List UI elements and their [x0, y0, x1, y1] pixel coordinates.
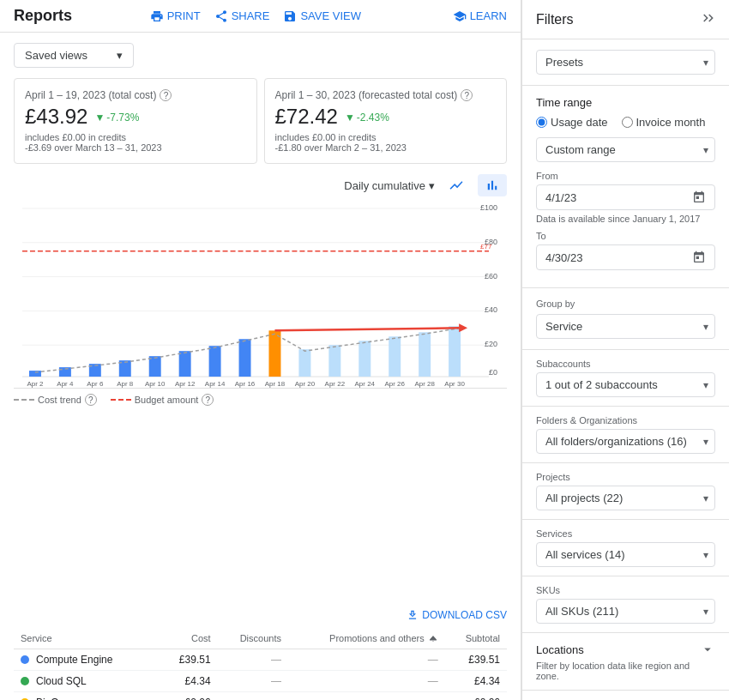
- service-cell: Cloud SQL: [14, 671, 160, 692]
- metric-sub1-forecast: includes £0.00 in credits: [275, 132, 497, 142]
- from-date-input[interactable]: 4/1/23: [536, 184, 715, 210]
- metrics-row: April 1 – 19, 2023 (total cost) ? £43.92…: [0, 78, 521, 174]
- share-button[interactable]: SHARE: [214, 9, 270, 23]
- promotions-cell: —: [288, 671, 445, 692]
- subaccounts-select[interactable]: 1 out of 2 subaccounts: [536, 372, 715, 397]
- group-by-select[interactable]: Service: [536, 314, 715, 339]
- promotions-cell: —: [288, 649, 445, 671]
- svg-line-29: [274, 328, 459, 330]
- bar-chart-button[interactable]: [478, 174, 507, 196]
- svg-text:Apr 12: Apr 12: [175, 380, 196, 388]
- table-row: BigQuery £0.06 — — £0.06: [14, 692, 507, 701]
- right-panel: Filters Presets Time range Usage date In…: [521, 0, 729, 700]
- svg-rect-22: [268, 330, 280, 377]
- col-cost: Cost: [160, 628, 218, 649]
- usage-date-option[interactable]: Usage date: [536, 116, 608, 129]
- discounts-cell: —: [218, 692, 288, 701]
- svg-text:Apr 8: Apr 8: [117, 380, 134, 388]
- filters-title: Filters: [536, 12, 574, 27]
- metric-label-forecast: April 1 – 30, 2023 (forecasted total cos…: [275, 89, 497, 101]
- toolbar: Saved views ▾: [0, 33, 521, 78]
- table-row: Cloud SQL £4.34 — — £4.34: [14, 671, 507, 692]
- folders-filter: Folders & Organizations All folders/orga…: [522, 407, 729, 463]
- svg-marker-30: [459, 323, 467, 332]
- chevron-down-icon: ▾: [429, 179, 435, 192]
- svg-rect-19: [179, 351, 191, 377]
- svg-text:£77: £77: [480, 243, 492, 250]
- svg-rect-21: [239, 339, 251, 377]
- col-promotions: Promotions and others: [288, 628, 445, 649]
- chart-controls: Daily cumulative ▾: [14, 174, 507, 196]
- svg-text:Apr 14: Apr 14: [205, 380, 226, 388]
- help-icon-budget[interactable]: ?: [202, 394, 214, 406]
- print-button[interactable]: PRINT: [150, 9, 201, 23]
- svg-rect-27: [419, 332, 431, 377]
- metric-card-actual: April 1 – 19, 2023 (total cost) ? £43.92…: [14, 78, 257, 164]
- custom-range-select[interactable]: Custom range: [536, 137, 715, 162]
- discounts-cell: —: [218, 671, 288, 692]
- saved-views-select[interactable]: Saved views ▾: [14, 43, 134, 68]
- presets-select-wrapper: Presets: [536, 50, 715, 75]
- svg-rect-23: [298, 349, 310, 377]
- promotions-cell: —: [288, 692, 445, 701]
- chart-wrapper: £100 £80 £60 £40 £20 £0 £77: [14, 200, 507, 389]
- svg-text:Apr 6: Apr 6: [87, 380, 104, 388]
- discounts-cell: —: [218, 649, 288, 671]
- svg-text:Apr 30: Apr 30: [444, 380, 465, 388]
- subaccounts-filter: Subaccounts 1 out of 2 subaccounts: [522, 350, 729, 407]
- svg-text:£20: £20: [485, 340, 497, 348]
- time-range-section: Time range Usage date Invoice month Cust…: [522, 86, 729, 288]
- header: Reports PRINT SHARE SAVE VIEW LEARN: [0, 0, 521, 33]
- svg-text:Apr 10: Apr 10: [145, 380, 166, 388]
- metric-value-forecast: £72.42: [275, 105, 338, 129]
- to-date-input[interactable]: 4/30/23: [536, 244, 715, 270]
- svg-text:£40: £40: [485, 305, 497, 314]
- cost-cell: £0.06: [160, 692, 218, 701]
- cost-table: Service Cost Discounts Promotions and ot…: [14, 628, 507, 700]
- svg-text:£100: £100: [480, 203, 497, 212]
- time-range-radio-group: Usage date Invoice month: [536, 116, 715, 129]
- service-cell: BigQuery: [14, 692, 160, 701]
- svg-text:Apr 28: Apr 28: [414, 380, 435, 388]
- presets-section: Presets: [522, 39, 729, 86]
- svg-rect-24: [328, 345, 340, 377]
- save-view-button[interactable]: SAVE VIEW: [283, 9, 361, 23]
- chart-view-select[interactable]: Daily cumulative ▾: [344, 179, 435, 192]
- help-icon-actual[interactable]: ?: [160, 89, 172, 101]
- chart-legend: Cost trend ? Budget amount ?: [14, 389, 507, 411]
- projects-filter: Projects All projects (22): [522, 463, 729, 520]
- table-row: Compute Engine £39.51 — — £39.51: [14, 649, 507, 671]
- presets-select[interactable]: Presets: [536, 50, 715, 75]
- svg-text:Apr 16: Apr 16: [235, 380, 256, 388]
- svg-text:Apr 4: Apr 4: [57, 380, 74, 388]
- svg-text:Apr 20: Apr 20: [295, 380, 316, 388]
- svg-text:£60: £60: [485, 272, 497, 281]
- svg-rect-26: [389, 336, 401, 377]
- projects-select[interactable]: All projects (22): [536, 486, 715, 510]
- locations-toggle[interactable]: Locations: [536, 642, 715, 657]
- left-panel: Reports PRINT SHARE SAVE VIEW LEARN Save…: [0, 0, 521, 700]
- cost-trend-icon: [14, 399, 34, 401]
- metric-delta-actual: ▼ -7.73%: [94, 112, 139, 124]
- svg-text:Apr 26: Apr 26: [384, 380, 405, 388]
- download-csv-button[interactable]: DOWNLOAD CSV: [14, 602, 507, 628]
- learn-button[interactable]: LEARN: [453, 9, 507, 23]
- invoice-month-option[interactable]: Invoice month: [622, 116, 706, 129]
- help-icon-forecast[interactable]: ?: [461, 89, 473, 101]
- help-icon-cost-trend[interactable]: ?: [85, 394, 97, 406]
- service-cell: Compute Engine: [14, 649, 160, 671]
- line-chart-button[interactable]: [442, 174, 471, 196]
- svg-text:£0: £0: [489, 368, 497, 377]
- services-select[interactable]: All services (14): [536, 542, 715, 567]
- metric-sub1-actual: includes £0.00 in credits: [25, 132, 246, 142]
- metric-card-forecast: April 1 – 30, 2023 (forecasted total cos…: [264, 78, 508, 164]
- svg-rect-20: [209, 346, 221, 377]
- folders-select[interactable]: All folders/organizations (16): [536, 429, 715, 454]
- to-date-field: To 4/30/23: [536, 231, 715, 270]
- skus-select[interactable]: All SKUs (211): [536, 599, 715, 624]
- svg-text:Apr 18: Apr 18: [265, 380, 286, 388]
- collapse-panel-button[interactable]: [700, 10, 715, 28]
- skus-filter: SKUs All SKUs (211): [522, 576, 729, 633]
- col-subtotal: Subtotal: [445, 628, 507, 649]
- svg-rect-18: [149, 356, 161, 377]
